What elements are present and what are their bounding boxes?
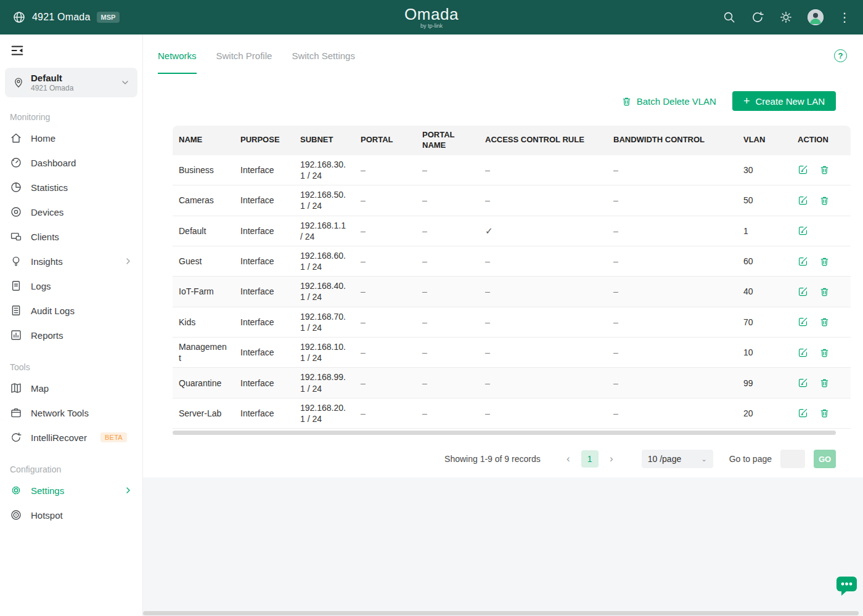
avatar[interactable] [808, 9, 824, 25]
batch-delete-vlan-button[interactable]: Batch Delete VLAN [621, 96, 716, 107]
col-vlan: VLAN [737, 126, 791, 155]
statistics-icon [10, 181, 22, 193]
networks-card: Batch Delete VLAN + Create New LAN [157, 74, 852, 477]
create-new-lan-button[interactable]: + Create New LAN [732, 91, 836, 111]
cell-purpose: Interface [234, 155, 294, 185]
page-size-select[interactable]: 10 /page ⌄ [642, 450, 713, 468]
col-portal-name: PORTAL NAME [416, 126, 479, 155]
msp-site-switcher[interactable]: 4921 Omada MSP [12, 10, 120, 24]
tab-networks[interactable]: Networks [158, 51, 197, 74]
edit-icon[interactable] [798, 408, 808, 418]
cell-portal-name: – [416, 216, 479, 246]
prev-page-icon[interactable]: ‹ [560, 453, 576, 465]
table-row[interactable]: Default Interface 192.168.1.1 / 24 – – ✓… [173, 216, 851, 246]
chat-bubble-icon[interactable] [836, 575, 857, 597]
table-row[interactable]: Guest Interface 192.168.60.1 / 24 – – – … [173, 246, 851, 276]
delete-icon[interactable] [819, 256, 830, 267]
tab-switch-profile[interactable]: Switch Profile [216, 51, 272, 74]
logs-icon [10, 280, 22, 292]
cell-portal: – [354, 277, 416, 307]
delete-icon[interactable] [819, 164, 830, 175]
sidebar-item-hotspot[interactable]: Hotspot [0, 503, 142, 527]
table-horizontal-scrollbar[interactable] [173, 431, 836, 435]
cell-bandwidth: – [607, 307, 737, 337]
table-row[interactable]: IoT-Farm Interface 192.168.40.1 / 24 – –… [173, 277, 851, 307]
sidebar-item-network-tools[interactable]: Network Tools [0, 400, 142, 425]
site-org: 4921 Omada [31, 84, 73, 92]
table-row[interactable]: Kids Interface 192.168.70.1 / 24 – – – –… [173, 307, 851, 337]
trash-icon [621, 96, 632, 107]
cell-name: Kids [173, 307, 234, 337]
edit-icon[interactable] [798, 317, 808, 327]
home-icon [10, 132, 22, 144]
table-row[interactable]: Business Interface 192.168.30.1 / 24 – –… [173, 155, 851, 185]
delete-icon[interactable] [819, 378, 830, 388]
cell-access-control: – [479, 338, 607, 368]
cell-portal-name: – [416, 185, 479, 216]
chevron-down-icon: ⌄ [701, 455, 707, 463]
go-button[interactable]: GO [814, 450, 836, 468]
cell-bandwidth: – [607, 246, 737, 276]
delete-icon[interactable] [819, 317, 830, 327]
goto-page-input[interactable] [780, 450, 805, 468]
delete-icon[interactable] [819, 195, 830, 206]
sidebar-item-intellirecover[interactable]: IntelliRecover BETA [0, 425, 142, 450]
edit-icon[interactable] [798, 164, 808, 175]
table-toolbar: Batch Delete VLAN + Create New LAN [173, 91, 836, 111]
cell-action [791, 307, 851, 337]
sidebar-item-dashboard[interactable]: Dashboard [0, 150, 142, 175]
cell-action [791, 338, 851, 368]
cell-vlan: 10 [737, 338, 791, 368]
cell-vlan: 20 [737, 398, 791, 428]
cell-portal-name: – [416, 155, 479, 185]
section-tools: Tools [10, 362, 133, 372]
help-icon[interactable]: ? [834, 49, 847, 62]
cell-name: Default [173, 216, 234, 246]
table-row[interactable]: Server-Lab Interface 192.168.20.1 / 24 –… [173, 398, 851, 428]
cell-purpose: Interface [234, 277, 294, 307]
sidebar-item-logs[interactable]: Logs [0, 274, 142, 298]
delete-icon[interactable] [819, 408, 830, 418]
refresh-icon[interactable] [751, 10, 764, 24]
sidebar-item-reports[interactable]: Reports [0, 323, 142, 347]
next-page-icon[interactable]: › [603, 453, 620, 465]
current-page-button[interactable]: 1 [581, 450, 599, 468]
table-row[interactable]: Cameras Interface 192.168.50.1 / 24 – – … [173, 185, 851, 216]
page-horizontal-scrollbar[interactable] [143, 611, 859, 615]
delete-icon[interactable] [819, 347, 830, 358]
cell-bandwidth: – [607, 398, 737, 428]
cell-subnet: 192.168.40.1 / 24 [294, 277, 354, 307]
network-tools-icon [10, 407, 22, 419]
lan-table: NAME PURPOSE SUBNET PORTAL PORTAL NAME A… [173, 126, 851, 429]
sidebar-item-insights[interactable]: Insights [0, 249, 142, 274]
sidebar-item-map[interactable]: Map [0, 376, 142, 400]
sidebar-item-statistics[interactable]: Statistics [0, 175, 142, 200]
sidebar-collapse-icon[interactable] [10, 43, 25, 58]
cell-subnet: 192.168.20.1 / 24 [294, 398, 354, 428]
table-row[interactable]: Quarantine Interface 192.168.99.1 / 24 –… [173, 368, 851, 398]
more-menu-icon[interactable]: ⋮ [838, 10, 851, 24]
section-monitoring: Monitoring [10, 112, 133, 122]
cell-action [791, 368, 851, 398]
search-icon[interactable] [722, 10, 736, 24]
sidebar-item-settings[interactable]: Settings [0, 478, 142, 503]
edit-icon[interactable] [798, 256, 808, 267]
msp-site-label: 4921 Omada [32, 12, 91, 23]
devices-icon [10, 206, 22, 218]
tab-switch-settings[interactable]: Switch Settings [292, 51, 355, 74]
theme-toggle-icon[interactable] [779, 10, 793, 24]
sidebar-item-audit-logs[interactable]: Audit Logs [0, 298, 142, 323]
delete-icon[interactable] [819, 286, 830, 297]
sidebar: Default 4921 Omada Monitoring Home Dashb… [0, 34, 143, 616]
site-selector[interactable]: Default 4921 Omada [5, 68, 137, 97]
table-row[interactable]: Management Interface 192.168.10.1 / 24 –… [173, 338, 851, 368]
edit-icon[interactable] [798, 286, 808, 297]
edit-icon[interactable] [798, 347, 808, 358]
edit-icon[interactable] [798, 195, 808, 206]
sidebar-item-home[interactable]: Home [0, 126, 142, 150]
edit-icon[interactable] [798, 225, 808, 236]
sidebar-item-clients[interactable]: Clients [0, 224, 142, 249]
edit-icon[interactable] [798, 378, 808, 388]
sidebar-item-devices[interactable]: Devices [0, 200, 142, 224]
cell-name: Business [173, 155, 234, 185]
